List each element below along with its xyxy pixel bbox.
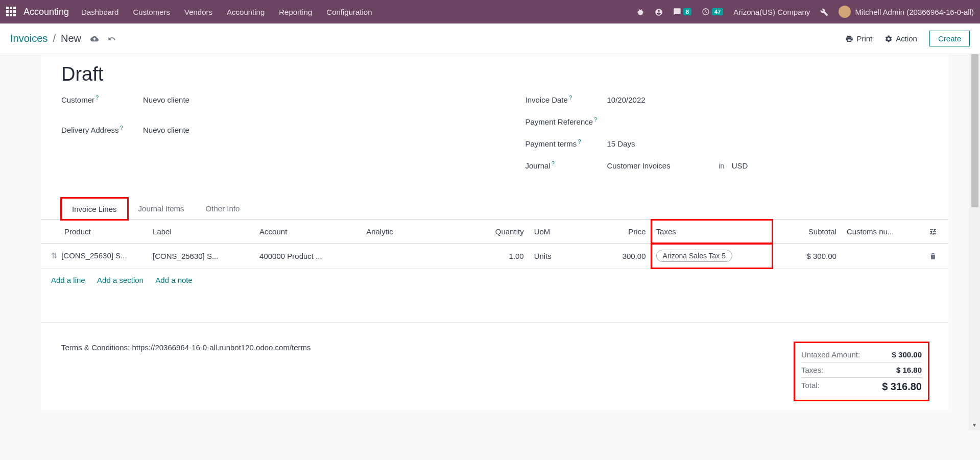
print-label: Print	[856, 34, 872, 43]
breadcrumb-current: New	[61, 33, 81, 44]
cell-label[interactable]: [CONS_25630] S...	[148, 244, 254, 269]
top-navbar: Accounting Dashboard Customers Vendors A…	[0, 0, 980, 23]
tax-chip[interactable]: Arizona Sales Tax 5	[656, 250, 732, 262]
add-row: Add a line Add a section Add a note	[41, 269, 948, 292]
th-customs[interactable]: Customs nu...	[842, 220, 918, 244]
action-button[interactable]: Action	[885, 34, 917, 43]
cell-subtotal: $ 300.00	[773, 244, 841, 269]
help-icon[interactable]: ?	[594, 116, 597, 123]
cell-price[interactable]: 300.00	[590, 244, 651, 269]
menu-vendors[interactable]: Vendors	[184, 8, 212, 16]
taxes-value: $ 16.80	[896, 366, 922, 374]
create-button[interactable]: Create	[929, 31, 970, 46]
avatar	[839, 6, 851, 18]
invoice-lines-table: Product Label Account Analytic Quantity …	[41, 220, 948, 292]
topnav-right: 8 47 Arizona(US) Company Mitchell Admin …	[636, 6, 974, 18]
help-icon[interactable]: ?	[552, 160, 555, 166]
cell-product[interactable]: [CONS_25630] S...	[61, 251, 127, 260]
page-title: Draft	[41, 54, 948, 94]
th-quantity[interactable]: Quantity	[468, 220, 529, 244]
discard-icon[interactable]	[108, 34, 116, 43]
th-uom[interactable]: UoM	[529, 220, 590, 244]
delete-row-icon[interactable]	[929, 251, 937, 260]
breadcrumb-separator: /	[53, 33, 56, 44]
add-line-link[interactable]: Add a line	[51, 276, 85, 284]
menu-dashboard[interactable]: Dashboard	[81, 8, 118, 16]
cell-quantity[interactable]: 1.00	[468, 244, 529, 269]
drag-handle-icon[interactable]: ⇅	[51, 251, 59, 260]
footer-area: Terms & Conditions: https://20366964-16-…	[41, 322, 948, 410]
help-icon[interactable]: ?	[569, 94, 572, 101]
th-price[interactable]: Price	[590, 220, 651, 244]
tools-icon[interactable]	[820, 7, 828, 16]
table-row[interactable]: ⇅ [CONS_25630] S... [CONS_25630] S... 40…	[41, 244, 948, 269]
cell-analytic[interactable]	[361, 244, 468, 269]
messages-badge: 8	[683, 8, 691, 15]
th-product[interactable]: Product	[41, 220, 148, 244]
bug-icon[interactable]	[636, 7, 644, 16]
cell-customs[interactable]	[842, 244, 918, 269]
th-label[interactable]: Label	[148, 220, 254, 244]
th-account[interactable]: Account	[254, 220, 361, 244]
tab-other-info[interactable]: Other Info	[195, 198, 251, 219]
scroll-down-icon[interactable]: ▼	[971, 422, 978, 429]
total-label: Total:	[801, 381, 820, 393]
invoice-date-value[interactable]: 10/20/2022	[607, 95, 928, 104]
main-menu: Dashboard Customers Vendors Accounting R…	[81, 8, 372, 16]
help-icon[interactable]: ?	[95, 94, 99, 101]
untaxed-label: Untaxed Amount:	[801, 350, 860, 359]
print-button[interactable]: Print	[845, 34, 872, 43]
menu-customers[interactable]: Customers	[133, 8, 170, 16]
sub-header: Invoices / New Print Action Create	[0, 23, 980, 54]
add-section-link[interactable]: Add a section	[97, 276, 144, 284]
help-icon[interactable]: ?	[120, 125, 123, 131]
delivery-label: Delivery Address?	[61, 125, 143, 134]
print-icon	[845, 35, 853, 43]
terms-text[interactable]: Terms & Conditions: https://20366964-16-…	[61, 343, 795, 400]
invoice-date-label: Invoice Date?	[525, 94, 607, 104]
th-subtotal[interactable]: Subtotal	[773, 220, 841, 244]
breadcrumb-root[interactable]: Invoices	[10, 33, 47, 44]
tab-journal-items[interactable]: Journal Items	[128, 198, 195, 219]
columns-settings-icon	[929, 228, 937, 236]
menu-accounting[interactable]: Accounting	[227, 8, 265, 16]
menu-reporting[interactable]: Reporting	[279, 8, 312, 16]
help-icon[interactable]: ?	[578, 138, 581, 144]
payment-ref-label: Payment Reference?	[525, 116, 607, 126]
th-taxes[interactable]: Taxes	[651, 220, 773, 244]
journal-label: Journal?	[525, 160, 607, 170]
journal-value[interactable]: Customer Invoices in USD	[607, 161, 928, 170]
untaxed-value: $ 300.00	[892, 350, 922, 359]
cell-account[interactable]: 400000 Product ...	[254, 244, 361, 269]
totals-box: Untaxed Amount: $ 300.00 Taxes: $ 16.80 …	[795, 343, 928, 400]
support-icon[interactable]	[655, 7, 663, 16]
taxes-label: Taxes:	[801, 366, 823, 374]
app-brand[interactable]: Accounting	[23, 7, 69, 17]
main-content: Draft Customer? Nuevo cliente Delivery A…	[0, 54, 969, 430]
cloud-save-icon[interactable]	[90, 34, 99, 43]
add-note-link[interactable]: Add a note	[155, 276, 193, 284]
tab-invoice-lines[interactable]: Invoice Lines	[61, 198, 128, 220]
header-actions: Print Action Create	[845, 31, 970, 46]
cell-uom[interactable]: Units	[529, 244, 590, 269]
th-settings[interactable]	[918, 220, 948, 244]
user-name: Mitchell Admin (20366964-16-0-all)	[855, 8, 974, 16]
apps-icon[interactable]	[6, 7, 16, 17]
gear-icon	[885, 35, 893, 43]
th-analytic[interactable]: Analytic	[361, 220, 468, 244]
activities-button[interactable]: 47	[702, 8, 723, 16]
user-menu[interactable]: Mitchell Admin (20366964-16-0-all)	[839, 6, 974, 18]
delivery-value[interactable]: Nuevo cliente	[143, 126, 464, 134]
messages-button[interactable]: 8	[673, 8, 691, 16]
scrollbar-thumb[interactable]	[971, 54, 978, 207]
cell-taxes[interactable]: Arizona Sales Tax 5	[651, 244, 773, 269]
tabs: Invoice Lines Journal Items Other Info	[41, 198, 948, 220]
customer-value[interactable]: Nuevo cliente	[143, 95, 464, 104]
vertical-scrollbar[interactable]: ▲ ▼	[969, 54, 980, 430]
payment-terms-value[interactable]: 15 Days	[607, 139, 928, 148]
menu-configuration[interactable]: Configuration	[326, 8, 372, 16]
company-selector[interactable]: Arizona(US) Company	[733, 8, 810, 16]
total-value: $ 316.80	[882, 381, 922, 393]
customer-label: Customer?	[61, 94, 143, 104]
action-label: Action	[896, 34, 917, 43]
